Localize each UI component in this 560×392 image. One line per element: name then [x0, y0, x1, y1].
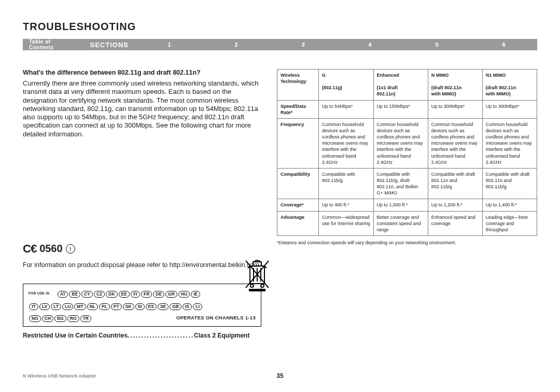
country-row-2: ITLVLTLUMTNLPLPTSKSIESSEGBISLI — [29, 301, 203, 310]
country-pill: CH — [42, 315, 53, 322]
faq-answer: Currently there are three commonly used … — [23, 79, 261, 138]
country-pill: NO — [29, 315, 41, 322]
wireless-spec-table: WirelessTechnology G(802.11g) Enhanced(1… — [277, 69, 537, 236]
page-title: TROUBLESHOOTING — [23, 21, 537, 33]
svg-point-6 — [250, 284, 254, 287]
nav-section-6[interactable]: 6 — [470, 41, 537, 48]
weee-bin-icon — [243, 258, 272, 294]
country-pill: GB — [170, 303, 181, 310]
ce-logo: C€ — [23, 242, 36, 256]
restricted-use-line: Restricted Use in Certain Countries.....… — [23, 332, 261, 339]
ce-code: 0560 — [39, 243, 63, 255]
country-pill: SE — [158, 303, 169, 310]
country-pill: FI — [131, 291, 140, 298]
country-pill: LV — [39, 303, 50, 310]
nav-toc[interactable]: Table of Contents — [23, 39, 83, 50]
svg-rect-10 — [249, 289, 265, 291]
table-footnote: *Distance and connection speeds will var… — [277, 240, 537, 245]
country-pill: DE — [153, 291, 164, 298]
country-pill: DK — [106, 291, 117, 298]
svg-point-7 — [261, 284, 264, 287]
country-pill: LU — [62, 303, 73, 310]
country-pill: BE — [69, 291, 80, 298]
restricted-text: Restricted Use in Certain Countries — [23, 332, 128, 339]
section-navbar: Table of Contents SECTIONS 1 2 3 4 5 6 — [23, 39, 537, 50]
country-row-3: NOCHBGROTR — [29, 313, 92, 321]
country-pill: IT — [29, 303, 38, 310]
ce-alert-icon: ! — [66, 244, 75, 254]
country-pill: CZ — [94, 291, 105, 298]
country-pill: CY — [81, 291, 93, 298]
ce-marking: C€ 0560 ! — [23, 242, 261, 256]
country-pill: LT — [51, 303, 61, 310]
country-pill: NL — [87, 303, 98, 310]
leader-dots: ........................ — [128, 332, 194, 339]
disposal-info: For information on product disposal plea… — [23, 261, 261, 269]
country-pill: HU — [178, 291, 190, 298]
footer-product: N Wireless USB Network Adapter — [23, 373, 96, 379]
country-pill: RO — [67, 315, 79, 322]
for-use-label: FOR USE IN — [29, 291, 49, 295]
country-row-1: ATBECYCZDKEEFIFRDEGRHUIE — [57, 288, 201, 297]
faq-question: What's the difference between 802.11g an… — [23, 69, 261, 76]
country-pill: LI — [193, 303, 202, 310]
country-pill: GR — [165, 291, 177, 298]
class2-text: Class 2 Equipment — [194, 332, 249, 339]
country-pill: ES — [146, 303, 157, 310]
country-pill: IS — [183, 303, 192, 310]
nav-section-5[interactable]: 5 — [403, 41, 470, 48]
nav-section-4[interactable]: 4 — [337, 41, 403, 48]
footer-page: 35 — [276, 372, 283, 380]
country-pill: IE — [191, 291, 200, 298]
country-pill: MT — [74, 303, 86, 310]
country-pill: TR — [80, 315, 91, 322]
nav-section-2[interactable]: 2 — [203, 41, 270, 48]
country-pill: PT — [111, 303, 122, 310]
country-usage-box: FOR USE IN ATBECYCZDKEEFIFRDEGRHUIE ITLV… — [23, 284, 261, 327]
country-pill: SI — [135, 303, 145, 310]
country-pill: EE — [119, 291, 130, 298]
svg-rect-5 — [253, 262, 261, 266]
country-pill: SK — [123, 303, 134, 310]
country-pill: AT — [58, 291, 68, 298]
nav-sections-label: SECTIONS — [83, 41, 136, 49]
country-pill: BG — [54, 315, 66, 322]
operates-channels: OPERATES ON CHANNELS 1-13 — [176, 315, 256, 320]
country-pill: PL — [99, 303, 110, 310]
country-pill: FR — [141, 291, 152, 298]
nav-section-1[interactable]: 1 — [136, 41, 203, 48]
nav-section-3[interactable]: 3 — [270, 41, 337, 48]
